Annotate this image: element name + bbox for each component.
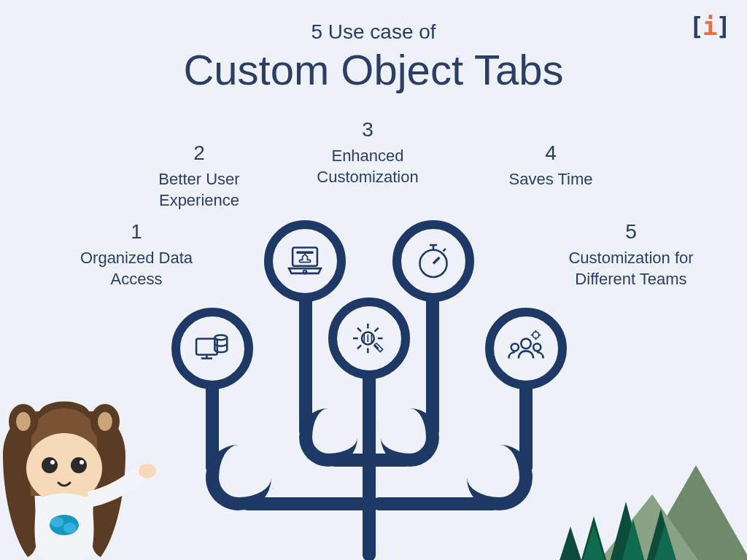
svg-point-21 <box>521 339 531 349</box>
gear-wrench-icon <box>349 319 389 358</box>
svg-line-19 <box>444 249 446 251</box>
branch-stem <box>368 454 412 467</box>
svg-point-36 <box>50 460 55 464</box>
usecase-3-label: Enhanced Customization <box>295 146 441 187</box>
svg-point-39 <box>50 517 63 527</box>
database-monitor-icon <box>193 329 232 368</box>
usecase-3: 3 Enhanced Customization <box>295 118 441 187</box>
mascot-astro-icon <box>0 389 163 560</box>
usecase-1-num: 1 <box>60 220 213 244</box>
usecase-2-num: 2 <box>123 141 276 165</box>
svg-line-20 <box>433 257 439 263</box>
usecase-5-label: Customization for Different Teams <box>540 248 722 289</box>
svg-point-22 <box>511 343 519 351</box>
brand-logo: [i] <box>689 12 729 41</box>
svg-rect-5 <box>296 252 314 254</box>
svg-point-40 <box>63 523 77 533</box>
scenery-icon <box>550 421 747 560</box>
svg-point-37 <box>80 460 84 464</box>
branch-stem <box>328 454 372 467</box>
svg-point-31 <box>16 412 31 431</box>
svg-point-3 <box>214 335 227 340</box>
usecase-2-label: Better User Experience <box>123 169 276 211</box>
svg-point-16 <box>419 250 446 277</box>
node-2 <box>264 220 346 302</box>
usecase-5-num: 5 <box>540 220 722 244</box>
usecase-1-label: Organized Data Access <box>60 248 213 289</box>
svg-point-34 <box>42 457 58 473</box>
branch-stem <box>372 497 500 510</box>
node-5 <box>485 308 567 389</box>
usecase-4-label: Saves Time <box>474 169 627 190</box>
team-gear-icon <box>506 329 546 368</box>
svg-line-14 <box>357 345 361 349</box>
branch-stem <box>241 497 368 510</box>
node-4 <box>392 220 474 302</box>
svg-point-41 <box>139 464 156 478</box>
stopwatch-icon <box>414 241 453 281</box>
subtitle: 5 Use case of <box>0 20 747 44</box>
svg-line-15 <box>375 328 379 332</box>
usecase-4-num: 4 <box>474 141 627 165</box>
usecase-1: 1 Organized Data Access <box>60 220 213 289</box>
usecase-4: 4 Saves Time <box>474 141 627 190</box>
usecase-5: 5 Customization for Different Teams <box>540 220 722 289</box>
node-3 <box>328 298 410 379</box>
node-1 <box>171 308 253 389</box>
svg-rect-4 <box>293 247 317 265</box>
svg-point-35 <box>71 457 87 473</box>
svg-point-24 <box>533 332 538 338</box>
laptop-thumbsup-icon <box>285 241 325 281</box>
page-title: Custom Object Tabs <box>0 45 747 94</box>
svg-point-32 <box>98 412 112 431</box>
usecase-3-num: 3 <box>295 118 441 141</box>
header: 5 Use case of Custom Object Tabs <box>0 0 747 94</box>
svg-line-12 <box>357 328 361 332</box>
svg-point-23 <box>533 343 541 351</box>
usecase-2: 2 Better User Experience <box>123 141 276 211</box>
